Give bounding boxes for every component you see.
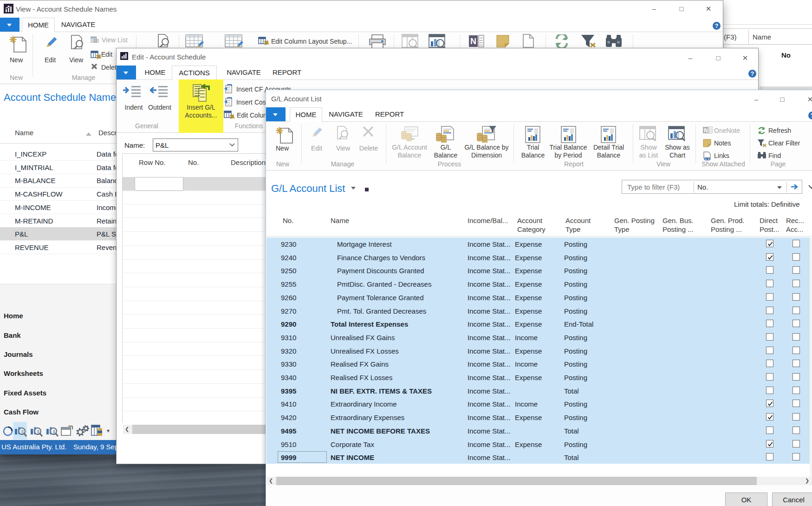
svg-text:N: N — [704, 127, 708, 134]
svg-text:N: N — [470, 37, 476, 46]
